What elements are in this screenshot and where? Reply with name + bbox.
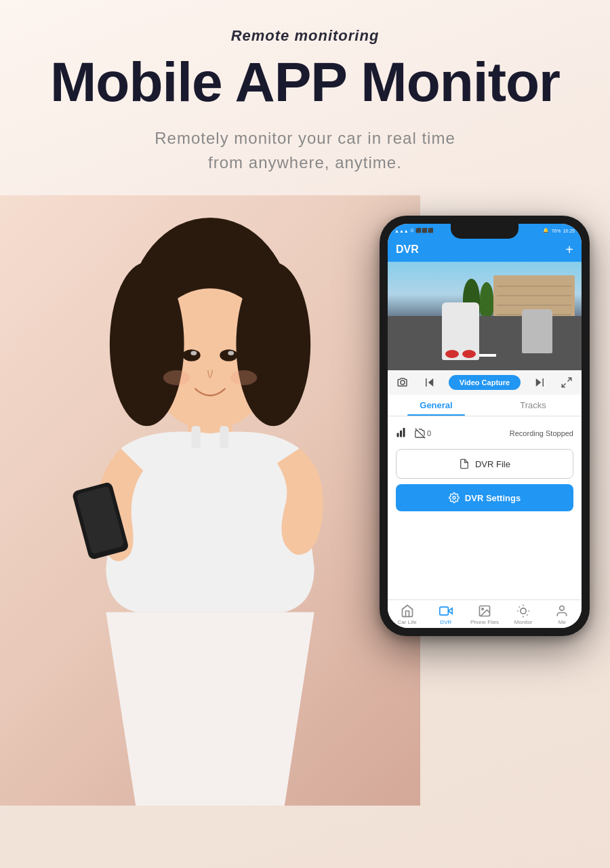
controls-bar: Video Capture <box>388 370 582 395</box>
person-figure <box>0 195 420 806</box>
video-capture-button[interactable]: Video Capture <box>449 375 521 390</box>
svg-point-30 <box>482 608 484 610</box>
svg-point-3 <box>236 262 310 426</box>
svg-point-11 <box>163 370 190 385</box>
tabs-bar: General Tracks <box>388 395 582 416</box>
top-section: Remote monitoring Mobile APP Monitor Rem… <box>0 0 610 175</box>
fullscreen-button[interactable] <box>558 374 575 391</box>
svg-point-8 <box>220 349 237 361</box>
bottom-nav: Car Life DVR Phone Files <box>388 599 582 628</box>
svg-line-20 <box>568 378 571 381</box>
bell-icon: 🔔 <box>543 228 549 233</box>
svg-marker-27 <box>448 608 452 614</box>
nav-me[interactable]: Me <box>543 604 582 625</box>
signal-icon <box>396 426 408 441</box>
remote-monitoring-label: Remote monitoring <box>0 27 610 45</box>
svg-rect-14 <box>220 426 228 448</box>
battery-level: 76% <box>551 229 561 233</box>
nav-monitor-label: Monitor <box>514 619 533 625</box>
app-title: DVR <box>396 243 419 256</box>
svg-point-38 <box>560 606 565 611</box>
signal-bars: ▲▲▲ <box>394 229 409 233</box>
svg-rect-23 <box>400 431 402 437</box>
screenshot-button[interactable] <box>394 374 411 391</box>
svg-point-7 <box>182 349 200 361</box>
nav-dvr-label: DVR <box>440 619 451 625</box>
nav-phone-files-label: Phone Files <box>470 619 499 625</box>
road <box>388 316 582 370</box>
time-display: 16:29 <box>563 229 575 233</box>
svg-point-26 <box>453 496 455 499</box>
svg-rect-13 <box>192 426 201 448</box>
nav-car-life[interactable]: Car Life <box>388 604 426 625</box>
add-button[interactable]: + <box>565 243 573 256</box>
content-area: ▲▲▲ ⊙ ⬛⬛⬛ 🔔 76% 16:29 DVR <box>0 195 610 806</box>
app-header: DVR + <box>388 237 582 262</box>
person-background <box>0 195 420 806</box>
svg-point-31 <box>521 608 526 614</box>
status-left: ▲▲▲ ⊙ ⬛⬛⬛ <box>394 228 434 233</box>
svg-line-34 <box>519 607 520 608</box>
svg-rect-28 <box>440 607 449 615</box>
phone-screen: ▲▲▲ ⊙ ⬛⬛⬛ 🔔 76% 16:29 DVR <box>388 224 582 628</box>
phone-notch <box>451 224 518 239</box>
recording-status: Recording Stopped <box>510 429 573 437</box>
svg-rect-22 <box>397 433 399 437</box>
svg-line-25 <box>415 429 426 439</box>
svg-line-21 <box>562 384 565 387</box>
phone-outer-case: ▲▲▲ ⊙ ⬛⬛⬛ 🔔 76% 16:29 DVR <box>380 216 590 636</box>
tab-tracks[interactable]: Tracks <box>485 395 582 416</box>
svg-line-35 <box>527 614 528 615</box>
description: Remotely monitor your car in real time f… <box>0 126 610 175</box>
svg-point-2 <box>110 262 184 426</box>
nav-me-label: Me <box>558 619 566 625</box>
phone-mockup: ▲▲▲ ⊙ ⬛⬛⬛ 🔔 76% 16:29 DVR <box>380 216 590 636</box>
car-white <box>442 302 479 360</box>
dvr-file-button[interactable]: DVR File <box>396 449 573 479</box>
rewind-button[interactable] <box>422 374 438 391</box>
wifi-icon: ⊙ <box>410 228 414 233</box>
fast-forward-button[interactable] <box>531 374 548 391</box>
tree <box>480 282 493 316</box>
nav-dvr[interactable]: DVR <box>426 604 465 625</box>
svg-marker-16 <box>428 378 434 387</box>
car-gray <box>522 309 552 353</box>
status-icons: ▲▲▲ ⊙ ⬛⬛⬛ <box>394 228 434 233</box>
car-dark <box>496 323 523 363</box>
nav-phone-files[interactable]: Phone Files <box>465 604 504 625</box>
svg-marker-18 <box>536 378 542 387</box>
page-wrapper: Remote monitoring Mobile APP Monitor Rem… <box>0 0 610 868</box>
status-row: 0 Recording Stopped <box>396 423 573 443</box>
nav-monitor[interactable]: Monitor <box>504 604 543 625</box>
nav-car-life-label: Car Life <box>398 619 417 625</box>
status-right: 🔔 76% 16:29 <box>543 228 575 233</box>
video-feed <box>388 262 582 370</box>
app-content: 0 Recording Stopped DVR File <box>388 416 582 599</box>
svg-point-15 <box>401 380 405 384</box>
svg-rect-24 <box>403 428 405 437</box>
tab-general[interactable]: General <box>388 395 485 416</box>
camera-off-indicator: 0 <box>415 428 431 439</box>
dvr-settings-button[interactable]: DVR Settings <box>396 484 573 511</box>
svg-point-12 <box>230 370 258 385</box>
main-title: Mobile APP Monitor <box>0 52 610 113</box>
svg-point-9 <box>190 351 197 356</box>
svg-point-10 <box>228 351 234 356</box>
notification-icons: ⬛⬛⬛ <box>415 228 434 233</box>
